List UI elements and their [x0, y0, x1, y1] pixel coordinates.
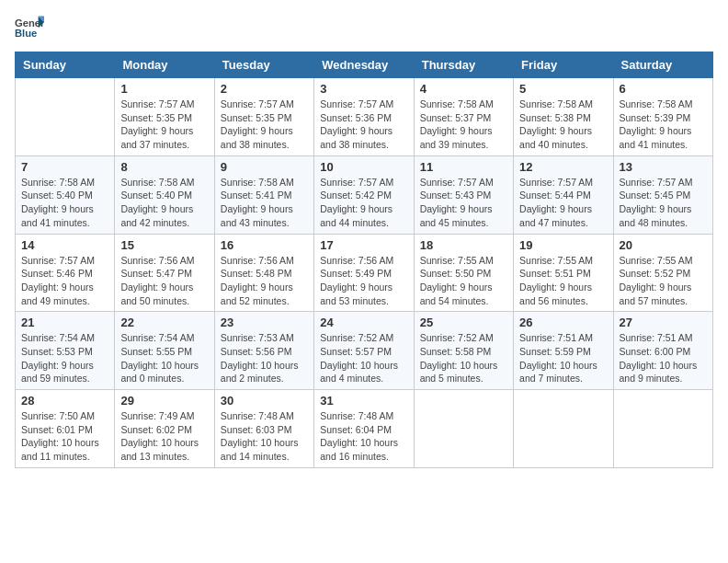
day-info: Sunrise: 7:48 AMSunset: 6:03 PMDaylight:…	[221, 409, 308, 464]
calendar-cell: 23Sunrise: 7:53 AMSunset: 5:56 PMDayligh…	[214, 312, 313, 390]
day-info: Sunrise: 7:50 AMSunset: 6:01 PMDaylight:…	[21, 409, 108, 464]
day-number: 12	[519, 160, 607, 174]
day-number: 4	[420, 82, 507, 96]
calendar-cell	[613, 390, 712, 468]
day-number: 6	[620, 82, 707, 96]
day-info: Sunrise: 7:57 AMSunset: 5:44 PMDaylight:…	[519, 176, 607, 230]
week-row-4: 21Sunrise: 7:54 AMSunset: 5:53 PMDayligh…	[16, 312, 713, 390]
calendar-cell: 20Sunrise: 7:55 AMSunset: 5:52 PMDayligh…	[613, 234, 712, 312]
day-info: Sunrise: 7:51 AMSunset: 5:59 PMDaylight:…	[519, 331, 607, 385]
day-number: 9	[221, 160, 308, 174]
day-info: Sunrise: 7:56 AMSunset: 5:48 PMDaylight:…	[221, 254, 308, 308]
calendar-cell: 11Sunrise: 7:57 AMSunset: 5:43 PMDayligh…	[414, 155, 513, 234]
weekday-header-tuesday: Tuesday	[214, 52, 313, 78]
day-number: 5	[519, 82, 607, 96]
weekday-header-row: SundayMondayTuesdayWednesdayThursdayFrid…	[16, 52, 713, 78]
day-info: Sunrise: 7:56 AMSunset: 5:47 PMDaylight:…	[120, 254, 208, 308]
day-info: Sunrise: 7:48 AMSunset: 6:04 PMDaylight:…	[320, 409, 407, 464]
calendar-cell: 17Sunrise: 7:56 AMSunset: 5:49 PMDayligh…	[314, 234, 414, 312]
day-info: Sunrise: 7:58 AMSunset: 5:39 PMDaylight:…	[620, 98, 707, 152]
day-info: Sunrise: 7:54 AMSunset: 5:55 PMDaylight:…	[120, 331, 208, 385]
day-info: Sunrise: 7:57 AMSunset: 5:46 PMDaylight:…	[21, 254, 108, 308]
day-number: 24	[320, 316, 407, 329]
calendar-cell: 28Sunrise: 7:50 AMSunset: 6:01 PMDayligh…	[16, 390, 115, 468]
day-number: 31	[320, 394, 407, 408]
day-number: 11	[420, 160, 507, 174]
day-number: 26	[519, 316, 607, 329]
calendar-cell	[514, 390, 613, 468]
day-info: Sunrise: 7:55 AMSunset: 5:51 PMDaylight:…	[519, 254, 607, 308]
day-number: 20	[620, 238, 707, 252]
day-number: 1	[120, 82, 208, 96]
day-number: 15	[120, 238, 208, 252]
calendar-cell	[16, 78, 115, 156]
day-number: 2	[221, 82, 308, 96]
day-number: 29	[120, 394, 208, 408]
day-info: Sunrise: 7:52 AMSunset: 5:58 PMDaylight:…	[420, 331, 507, 385]
calendar-cell: 22Sunrise: 7:54 AMSunset: 5:55 PMDayligh…	[115, 312, 214, 390]
calendar-cell: 15Sunrise: 7:56 AMSunset: 5:47 PMDayligh…	[115, 234, 214, 312]
day-number: 19	[519, 238, 607, 252]
calendar-cell: 12Sunrise: 7:57 AMSunset: 5:44 PMDayligh…	[514, 155, 613, 234]
day-info: Sunrise: 7:51 AMSunset: 6:00 PMDaylight:…	[620, 331, 707, 385]
day-number: 21	[21, 316, 108, 329]
svg-text:Blue: Blue	[15, 28, 37, 39]
day-info: Sunrise: 7:55 AMSunset: 5:52 PMDaylight:…	[620, 254, 707, 308]
calendar-cell: 27Sunrise: 7:51 AMSunset: 6:00 PMDayligh…	[613, 312, 712, 390]
calendar-cell: 19Sunrise: 7:55 AMSunset: 5:51 PMDayligh…	[514, 234, 613, 312]
calendar-cell: 6Sunrise: 7:58 AMSunset: 5:39 PMDaylight…	[613, 78, 712, 156]
calendar-cell: 4Sunrise: 7:58 AMSunset: 5:37 PMDaylight…	[414, 78, 513, 156]
day-number: 17	[320, 238, 407, 252]
day-info: Sunrise: 7:57 AMSunset: 5:43 PMDaylight:…	[420, 176, 507, 230]
day-info: Sunrise: 7:57 AMSunset: 5:35 PMDaylight:…	[221, 98, 308, 152]
calendar-cell: 24Sunrise: 7:52 AMSunset: 5:57 PMDayligh…	[314, 312, 414, 390]
day-info: Sunrise: 7:49 AMSunset: 6:02 PMDaylight:…	[120, 409, 208, 464]
day-number: 18	[420, 238, 507, 252]
week-row-2: 7Sunrise: 7:58 AMSunset: 5:40 PMDaylight…	[16, 155, 713, 234]
day-info: Sunrise: 7:57 AMSunset: 5:35 PMDaylight:…	[120, 98, 208, 152]
weekday-header-wednesday: Wednesday	[314, 52, 414, 78]
calendar-cell: 31Sunrise: 7:48 AMSunset: 6:04 PMDayligh…	[314, 390, 414, 468]
calendar-cell: 18Sunrise: 7:55 AMSunset: 5:50 PMDayligh…	[414, 234, 513, 312]
day-number: 28	[21, 394, 108, 408]
day-number: 27	[620, 316, 707, 329]
calendar-cell: 8Sunrise: 7:58 AMSunset: 5:40 PMDaylight…	[115, 155, 214, 234]
calendar-cell: 1Sunrise: 7:57 AMSunset: 5:35 PMDaylight…	[115, 78, 214, 156]
day-info: Sunrise: 7:54 AMSunset: 5:53 PMDaylight:…	[21, 331, 108, 385]
logo-icon: General Blue	[15, 15, 44, 40]
day-number: 23	[221, 316, 308, 329]
day-number: 25	[420, 316, 507, 329]
calendar-cell: 3Sunrise: 7:57 AMSunset: 5:36 PMDaylight…	[314, 78, 414, 156]
calendar-cell: 13Sunrise: 7:57 AMSunset: 5:45 PMDayligh…	[613, 155, 712, 234]
weekday-header-friday: Friday	[514, 52, 613, 78]
day-info: Sunrise: 7:56 AMSunset: 5:49 PMDaylight:…	[320, 254, 407, 308]
calendar-cell: 29Sunrise: 7:49 AMSunset: 6:02 PMDayligh…	[115, 390, 214, 468]
day-number: 7	[21, 160, 108, 174]
day-number: 22	[120, 316, 208, 329]
weekday-header-thursday: Thursday	[414, 52, 513, 78]
calendar-cell: 25Sunrise: 7:52 AMSunset: 5:58 PMDayligh…	[414, 312, 513, 390]
day-info: Sunrise: 7:58 AMSunset: 5:40 PMDaylight:…	[21, 176, 108, 230]
week-row-5: 28Sunrise: 7:50 AMSunset: 6:01 PMDayligh…	[16, 390, 713, 468]
day-info: Sunrise: 7:53 AMSunset: 5:56 PMDaylight:…	[221, 331, 308, 385]
day-number: 10	[320, 160, 407, 174]
day-info: Sunrise: 7:57 AMSunset: 5:42 PMDaylight:…	[320, 176, 407, 230]
calendar-cell: 5Sunrise: 7:58 AMSunset: 5:38 PMDaylight…	[514, 78, 613, 156]
day-info: Sunrise: 7:58 AMSunset: 5:40 PMDaylight:…	[120, 176, 208, 230]
day-info: Sunrise: 7:55 AMSunset: 5:50 PMDaylight:…	[420, 254, 507, 308]
day-number: 14	[21, 238, 108, 252]
day-number: 30	[221, 394, 308, 408]
calendar-cell	[414, 390, 513, 468]
week-row-1: 1Sunrise: 7:57 AMSunset: 5:35 PMDaylight…	[16, 78, 713, 156]
calendar-cell: 10Sunrise: 7:57 AMSunset: 5:42 PMDayligh…	[314, 155, 414, 234]
day-info: Sunrise: 7:57 AMSunset: 5:36 PMDaylight:…	[320, 98, 407, 152]
weekday-header-saturday: Saturday	[613, 52, 712, 78]
calendar-cell: 2Sunrise: 7:57 AMSunset: 5:35 PMDaylight…	[214, 78, 313, 156]
day-number: 8	[120, 160, 208, 174]
calendar-table: SundayMondayTuesdayWednesdayThursdayFrid…	[15, 52, 713, 468]
page-header: General Blue	[15, 15, 713, 40]
calendar-cell: 21Sunrise: 7:54 AMSunset: 5:53 PMDayligh…	[16, 312, 115, 390]
calendar-cell: 16Sunrise: 7:56 AMSunset: 5:48 PMDayligh…	[214, 234, 313, 312]
day-number: 16	[221, 238, 308, 252]
calendar-cell: 7Sunrise: 7:58 AMSunset: 5:40 PMDaylight…	[16, 155, 115, 234]
